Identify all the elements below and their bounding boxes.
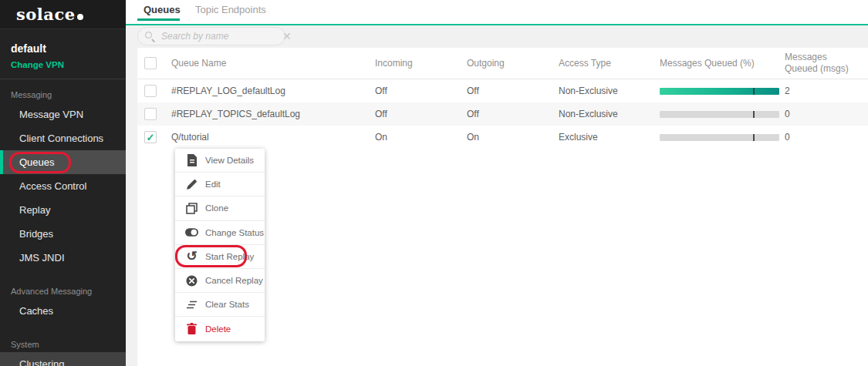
sidebar-item-message-vpn[interactable]: Message VPN — [0, 102, 126, 126]
column-header-access-type: Access Type — [559, 58, 660, 69]
clone-icon — [185, 202, 198, 215]
menu-item-edit[interactable]: Edit — [175, 173, 265, 196]
search-box[interactable]: ✕ — [137, 27, 285, 45]
section-label-advanced-messaging: Advanced Messaging — [0, 270, 126, 299]
queue-name-cell: #REPLAY_LOG_defaultLog — [171, 86, 375, 96]
row-checkbox[interactable] — [144, 85, 157, 97]
queue-name-cell: Q/tutorial — [171, 132, 375, 143]
messages-queued-progress-bar — [660, 111, 779, 118]
row-action-context-menu: View Details Edit Clone Change Status ↺ … — [175, 149, 265, 341]
menu-item-cancel-replay[interactable]: Cancel Replay — [175, 269, 265, 293]
select-all-checkbox[interactable] — [144, 57, 157, 69]
outgoing-cell: Off — [467, 109, 559, 119]
tab-topic-endpoints[interactable]: Topic Endpoints — [195, 0, 266, 24]
sidebar-item-bridges[interactable]: Bridges — [0, 222, 126, 246]
sidebar-item-access-control[interactable]: Access Control — [0, 174, 126, 198]
cancel-icon — [185, 274, 198, 287]
table-row[interactable]: #REPLAY_LOG_defaultLog Off Off Non-Exclu… — [137, 79, 868, 102]
sidebar-item-client-connections[interactable]: Client Connections — [0, 126, 126, 150]
trash-icon — [185, 322, 198, 335]
toggle-icon — [185, 226, 198, 239]
toolbar: ✕ — [126, 25, 868, 48]
change-vpn-link[interactable]: Change VPN — [11, 60, 115, 69]
outgoing-cell: On — [467, 132, 559, 143]
sidebar-item-queues[interactable]: Queues — [0, 150, 126, 174]
sidebar: solace default Change VPN Messaging Mess… — [0, 0, 126, 366]
table-row[interactable]: #REPLAY_TOPICS_defaultLog Off Off Non-Ex… — [137, 102, 868, 126]
incoming-cell: On — [375, 132, 467, 143]
sidebar-item-caches[interactable]: Caches — [0, 299, 126, 323]
threshold-tick — [753, 134, 755, 141]
threshold-tick — [753, 111, 755, 118]
replay-icon: ↺ — [185, 250, 198, 263]
solace-pubsub-manager: { "brand": { "logo_text": "solace", "acc… — [0, 0, 868, 366]
incoming-cell: Off — [375, 86, 467, 96]
menu-item-view-details[interactable]: View Details — [175, 149, 265, 173]
sidebar-item-jms-jndi[interactable]: JMS JNDI — [0, 246, 126, 270]
messages-queued-count: 2 — [785, 86, 868, 97]
access-type-cell: Non-Exclusive — [559, 86, 660, 96]
search-icon — [145, 32, 155, 42]
clear-search-icon[interactable]: ✕ — [282, 31, 292, 42]
logo-dot-icon — [77, 14, 83, 20]
section-label-messaging: Messaging — [0, 79, 126, 102]
menu-item-delete[interactable]: Delete — [175, 317, 265, 341]
access-type-cell: Non-Exclusive — [559, 109, 660, 119]
vpn-name: default — [11, 42, 115, 55]
logo-block: solace — [0, 0, 126, 29]
document-icon — [185, 154, 198, 167]
table-row[interactable]: Q/tutorial On On Exclusive 0 — [137, 126, 868, 149]
search-input[interactable] — [161, 31, 282, 42]
menu-item-change-status[interactable]: Change Status — [175, 221, 265, 245]
sidebar-item-clustering[interactable]: Clustering — [0, 352, 126, 366]
menu-item-start-replay[interactable]: ↺ Start Replay — [175, 245, 265, 269]
queue-name-cell: #REPLAY_TOPICS_defaultLog — [171, 109, 375, 119]
clear-stats-icon — [185, 298, 198, 311]
incoming-cell: Off — [375, 109, 467, 119]
active-tab-underline — [137, 18, 180, 21]
row-checkbox[interactable] — [144, 108, 157, 120]
solace-logo: solace — [16, 5, 83, 24]
column-header-messages-queued-pct: Messages Queued (%) — [660, 58, 785, 69]
section-label-system: System — [0, 323, 126, 352]
messages-queued-progress-bar — [660, 134, 779, 141]
access-type-cell: Exclusive — [559, 132, 660, 143]
messages-queued-count: 0 — [785, 132, 868, 143]
column-header-incoming: Incoming — [375, 58, 467, 69]
column-header-outgoing: Outgoing — [467, 58, 559, 69]
menu-item-clone[interactable]: Clone — [175, 196, 265, 220]
table-header-row: Queue Name Incoming Outgoing Access Type… — [137, 48, 868, 79]
column-header-queue-name: Queue Name — [171, 58, 375, 69]
messages-queued-count: 0 — [785, 109, 868, 120]
pencil-icon — [185, 178, 198, 191]
column-header-messages-queued-msgs: Messages Queued (msgs) — [785, 52, 868, 75]
outgoing-cell: Off — [467, 86, 559, 96]
sidebar-item-replay[interactable]: Replay — [0, 198, 126, 222]
messages-queued-progress-bar — [660, 88, 779, 95]
vpn-block: default Change VPN — [0, 29, 126, 79]
tab-bar: Queues Topic Endpoints — [126, 0, 868, 24]
row-checkbox-checked[interactable] — [144, 131, 157, 143]
threshold-tick — [753, 88, 755, 95]
menu-item-clear-stats[interactable]: Clear Stats — [175, 293, 265, 317]
